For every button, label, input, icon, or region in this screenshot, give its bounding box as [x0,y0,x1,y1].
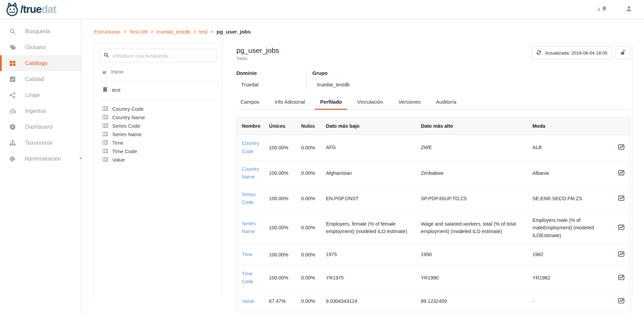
sidebar-item-label: Glosario [25,44,46,50]
sidebar-item-label: Calidad [25,76,44,82]
sidebar-item-dashboard[interactable]: Dashboard [0,119,81,135]
breadcrumb-link-testdb[interactable]: Test DB [130,29,148,35]
header-dato-mas-bajo: Dato más bajo [326,118,421,134]
tree-column-label: Series Code [112,123,140,129]
notifications-button[interactable]: 3 [597,5,608,13]
sidebar-item-taxonomia[interactable]: Taxonomía [0,135,81,151]
sidebar-item-label: Búsqueda [25,28,50,35]
tree-column-label: Value [112,157,125,163]
breadcrumb-separator: > [211,29,213,35]
sidebar-item-glosario[interactable]: Glosario [0,39,81,55]
check-square-icon [9,76,16,83]
structure-type-label: Tabla [236,56,279,61]
tree-item-column[interactable]: Time Code [102,147,217,155]
table-columns-icon [102,123,108,129]
tree-column-label: Country Name [112,114,145,120]
chart-line-icon[interactable] [618,144,625,151]
tab-versiones[interactable]: Versiones [393,99,426,109]
sitemap-icon [9,140,16,146]
chart-line-icon[interactable] [618,274,625,282]
breadcrumb-link-truedat-testdb[interactable]: truedat_testdb [157,29,190,35]
unique-cell: 100.00% [269,220,301,235]
dashboard-icon [9,124,16,130]
table-row: Series Code 100.00% 0.00% EN.POP.DNST SP… [237,186,630,211]
chart-line-icon[interactable] [618,169,625,177]
updated-label: Actualizada: 2019-06-04 18:05 [545,50,607,56]
lowest-cell: YR1975 [326,269,421,286]
chart-line-icon[interactable] [618,297,625,305]
tree-item-test[interactable]: test [99,81,217,99]
main-panel: pg_user_jobs Tabla Actualizada: 2019-06-… [236,43,633,298]
unique-cell: 100.00% [269,247,301,262]
nulls-cell: 0.00% [301,270,326,285]
tree-item-column[interactable]: Series Code [102,122,217,130]
truedat-logo[interactable]: /truedat [5,2,56,17]
breadcrumb-separator: > [151,29,154,35]
breadcrumb-link-estructuras[interactable]: Estructuras [94,29,120,35]
refresh-icon [536,50,542,56]
tab-info-adicional[interactable]: Info Adicional [269,99,310,109]
profile-table: Nombre Únicos Nulos Dato más bajo Dato m… [236,117,630,312]
breadcrumb-link-test[interactable]: test [199,29,208,35]
highest-cell: Wage and salaried workers, total (% of t… [421,215,532,240]
tags-icon [9,44,16,51]
sidebar-item-linaje[interactable]: Linaje [0,87,81,103]
sidebar-item-ingestas[interactable]: Ingestas [0,103,81,119]
chart-line-icon[interactable] [618,251,625,258]
user-icon [625,7,632,13]
refresh-updated-button[interactable]: Actualizada: 2019-06-04 18:05 [531,46,612,59]
database-icon [102,87,108,93]
tree-item-column[interactable]: Value [102,155,217,164]
mode-cell: ALB [532,139,618,156]
search-icon [9,28,16,35]
tree-item-column[interactable]: Time [102,139,217,147]
column-name-link[interactable]: Series Code [242,191,265,206]
sidebar-item-calidad[interactable]: Calidad [0,71,81,87]
double-chevron-left-icon: « [102,69,106,74]
breadcrumb-separator: > [123,29,126,35]
highest-cell: YR1990 [421,269,532,286]
lowest-cell: Afghanistan [326,165,421,182]
tree-item-column[interactable]: Series Name [102,130,217,139]
tree-columns-list: Country Code Country Name Series Code Se… [99,100,217,164]
unique-cell: 100.00% [269,191,301,206]
table-row: Time 100.00% 0.00% 1975 1990 1982 [237,244,630,265]
user-menu-button[interactable] [625,5,632,14]
tab-vinculacion[interactable]: Vinculación [352,99,388,109]
column-name-link[interactable]: Country Name [242,165,265,181]
chart-line-icon[interactable] [618,195,625,203]
table-columns-icon [102,114,108,121]
table-row: Value 67.47% 0.00% 9.0304343124 89.12324… [237,291,630,312]
column-name-link[interactable]: Time [242,251,253,258]
sidebar-item-catalogo[interactable]: Catálogo [0,55,81,71]
unique-cell: 100.00% [269,166,301,181]
highest-cell: SP.POP.65UP.TO.ZS [421,190,532,207]
tree-item-column[interactable]: Country Code [102,105,217,113]
table-columns-icon [102,131,108,138]
tree-column-label: Time Code [112,148,137,154]
column-name-link[interactable]: Time Code [242,270,265,286]
tree-search-input[interactable] [113,53,213,59]
sidebar-item-label: Dashboard [25,124,53,130]
chart-line-icon[interactable] [618,224,625,232]
lowest-cell: Employers, female (% of female employmen… [326,215,421,240]
tab-campos[interactable]: Campos [236,99,265,109]
tree-back-label: Inicio [111,69,123,75]
sidebar-item-label: Administración [24,155,61,162]
column-name-link[interactable]: Series Name [242,220,265,235]
table-columns-icon [102,140,108,146]
unlock-button[interactable] [616,46,630,59]
lowest-cell: 9.0304343124 [326,293,421,310]
tree-search-box [99,49,217,62]
sidebar-item-administracion[interactable]: Administración [0,151,81,167]
notifications-count: 3 [597,6,600,12]
sidebar-item-busqueda[interactable]: Búsqueda [0,23,81,39]
tree-back-inicio[interactable]: « Inicio [99,62,217,81]
drive-icon [9,107,16,114]
column-name-link[interactable]: Country Code [242,140,265,155]
tree-item-column[interactable]: Country Name [102,113,217,122]
header-unicos: Únicos [269,119,301,133]
tab-auditoria[interactable]: Auditoría [431,99,462,109]
column-name-link[interactable]: Value [242,297,254,305]
tab-perfilado[interactable]: Perfilado [315,99,347,110]
